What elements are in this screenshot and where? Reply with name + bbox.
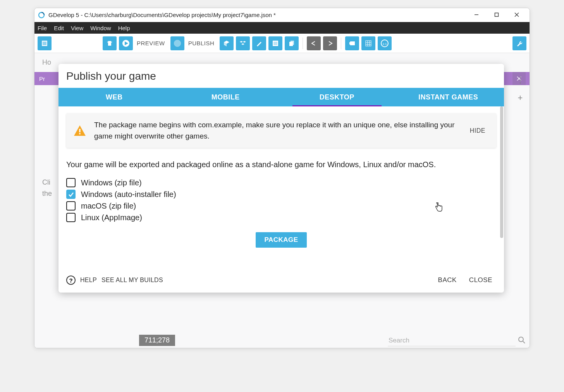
tab-desktop[interactable]: DESKTOP (281, 88, 393, 106)
menubar: File Edit View Window Help (34, 22, 530, 34)
svg-marker-18 (240, 41, 243, 43)
debug-icon[interactable] (103, 36, 117, 50)
menu-file[interactable]: File (38, 25, 47, 31)
film-icon[interactable] (345, 36, 359, 50)
svg-text:1:1: 1:1 (383, 42, 387, 46)
dialog-title: Publish your game (58, 64, 504, 88)
check-label: Windows (auto-installer file) (81, 190, 176, 199)
edit-icon[interactable] (252, 36, 266, 50)
copy-icon[interactable] (285, 36, 299, 50)
svg-line-11 (111, 42, 112, 43)
menu-edit[interactable]: Edit (54, 25, 64, 31)
check-windows-installer[interactable]: Windows (auto-installer file) (66, 190, 496, 199)
see-all-builds-button[interactable]: SEE ALL MY BUILDS (101, 277, 163, 284)
warning-icon (73, 124, 86, 137)
checkbox-icon[interactable] (66, 201, 76, 211)
cubes-icon[interactable] (236, 36, 250, 50)
dialog-scrollbar[interactable] (500, 106, 503, 238)
export-tabs: WEB MOBILE DESKTOP INSTANT GAMES (58, 88, 504, 106)
svg-point-15 (174, 40, 181, 47)
menu-window[interactable]: Window (90, 25, 111, 31)
check-label: Windows (zip file) (81, 178, 142, 187)
svg-line-10 (107, 42, 108, 43)
tab-web[interactable]: WEB (58, 88, 170, 106)
svg-rect-26 (291, 41, 294, 45)
minimize-button[interactable] (471, 12, 482, 18)
check-label: macOS (zip file) (81, 202, 136, 211)
tab-mobile[interactable]: MOBILE (170, 88, 282, 106)
checkbox-icon[interactable] (66, 178, 76, 187)
svg-rect-29 (349, 45, 350, 45)
help-icon[interactable]: ? (66, 276, 76, 285)
svg-rect-28 (349, 41, 350, 42)
list-icon[interactable] (268, 36, 282, 50)
zoom-1to1-icon[interactable]: 1:1 (378, 36, 392, 50)
svg-marker-20 (241, 43, 244, 45)
publish-dialog: Publish your game WEB MOBILE DESKTOP INS… (58, 64, 504, 293)
help-button[interactable]: HELP (80, 277, 97, 284)
cube-icon[interactable] (220, 36, 234, 50)
back-button[interactable]: BACK (434, 275, 461, 286)
redo-icon[interactable] (323, 36, 337, 50)
wrench-icon[interactable] (512, 36, 526, 50)
check-label: Linux (AppImage) (81, 213, 142, 222)
svg-rect-2 (495, 13, 499, 16)
menu-view[interactable]: View (71, 25, 83, 31)
svg-rect-42 (79, 129, 80, 132)
publish-icon[interactable] (170, 36, 184, 50)
window-controls (471, 12, 526, 18)
tab-instant-games[interactable]: INSTANT GAMES (393, 88, 504, 106)
preview-label[interactable]: PREVIEW (137, 40, 165, 46)
close-window-button[interactable] (511, 12, 523, 18)
titlebar: GDevelop 5 - C:\Users\charburg\Documents… (34, 8, 530, 22)
app-window: GDevelop 5 - C:\Users\charburg\Documents… (34, 8, 530, 348)
cursor-icon (434, 202, 443, 214)
check-windows-zip[interactable]: Windows (zip file) (66, 178, 496, 187)
package-button[interactable]: PACKAGE (256, 232, 306, 248)
close-button[interactable]: CLOSE (465, 275, 496, 286)
window-title: GDevelop 5 - C:\Users\charburg\Documents… (48, 12, 471, 18)
warning-card: The package name begins with com.example… (66, 113, 496, 148)
check-macos-zip[interactable]: macOS (zip file) (66, 201, 496, 211)
checkbox-icon[interactable] (66, 190, 76, 199)
publish-label[interactable]: PUBLISH (188, 40, 215, 46)
svg-rect-27 (349, 41, 355, 45)
maximize-button[interactable] (491, 12, 502, 18)
svg-rect-9 (108, 41, 111, 46)
play-icon[interactable] (119, 36, 133, 50)
svg-rect-43 (79, 133, 80, 134)
platform-checklist: Windows (zip file) Windows (auto-install… (66, 178, 496, 222)
export-description: Your game will be exported and packaged … (66, 159, 496, 170)
toolbar: PREVIEW PUBLISH 1:1 (34, 34, 530, 53)
svg-marker-19 (243, 41, 246, 43)
svg-rect-30 (366, 41, 371, 46)
grid-icon[interactable] (361, 36, 375, 50)
project-icon[interactable] (38, 36, 52, 50)
check-linux-appimage[interactable]: Linux (AppImage) (66, 213, 496, 222)
dialog-footer: ? HELP SEE ALL MY BUILDS BACK CLOSE (58, 275, 504, 293)
app-icon (38, 11, 45, 19)
checkbox-icon[interactable] (66, 213, 76, 222)
undo-icon[interactable] (307, 36, 321, 50)
warning-text: The package name begins with com.example… (94, 120, 458, 142)
menu-help[interactable]: Help (118, 25, 130, 31)
hide-warning-button[interactable]: HIDE (466, 127, 489, 134)
